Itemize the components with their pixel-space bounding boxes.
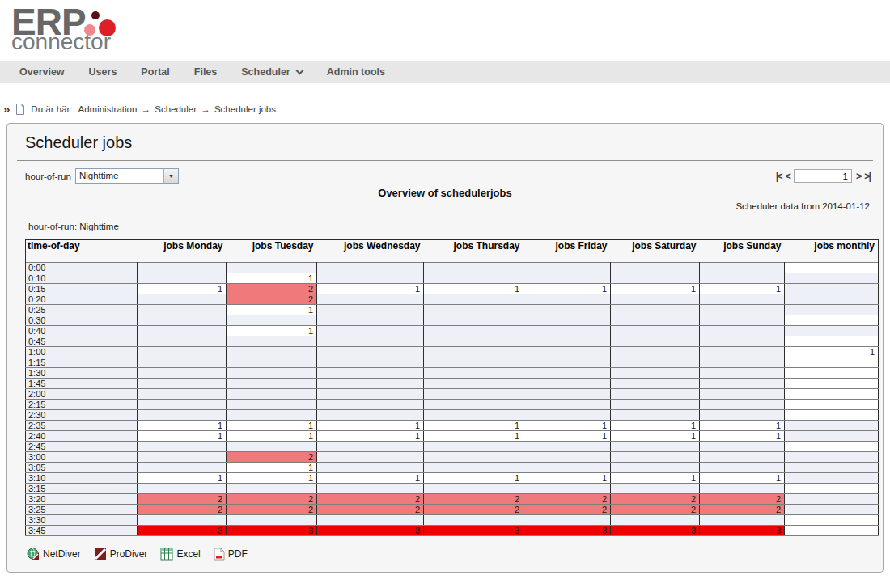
table-row: 3:051 [26, 463, 879, 473]
job-count-cell [700, 336, 785, 347]
job-count-cell: 1 [317, 473, 424, 484]
pager-last-button[interactable]: >| [864, 171, 870, 182]
pager-page-input[interactable] [794, 169, 852, 183]
job-count-cell: 1 [611, 421, 700, 431]
job-count-cell [785, 273, 879, 284]
job-count-cell [317, 305, 424, 315]
logo-dot-pink-icon [84, 24, 95, 36]
job-count-cell: 3 [523, 526, 611, 536]
export-prodiver-button[interactable]: ProDiver [94, 548, 148, 561]
job-count-cell [523, 305, 611, 315]
select-dropdown-button[interactable]: ▼ [163, 169, 178, 183]
column-header: jobs monthly [785, 240, 879, 263]
hour-of-run-filter: hour-of-run Nighttime ▼ [25, 168, 179, 184]
table-row: 3:101111111 [26, 473, 879, 484]
job-count-cell [611, 379, 700, 389]
job-count-cell [700, 305, 785, 315]
job-count-cell [227, 484, 317, 494]
job-count-cell: 2 [317, 494, 424, 505]
job-count-cell: 1 [317, 431, 424, 442]
job-count-cell: 2 [227, 294, 317, 305]
pager-prev-button[interactable]: < [786, 171, 790, 182]
table-row: 0:30 [26, 315, 879, 326]
job-count-cell [611, 347, 700, 357]
job-count-cell: 1 [138, 421, 227, 431]
job-count-cell [611, 515, 700, 526]
job-count-cell: 2 [700, 494, 785, 505]
job-count-cell [227, 263, 317, 273]
job-count-cell [611, 410, 700, 421]
breadcrumb-link-scheduler-jobs[interactable]: Scheduler jobs [214, 104, 276, 114]
job-count-cell: 1 [317, 421, 424, 431]
nav-item-label: Files [194, 66, 218, 78]
netdiver-icon [27, 548, 40, 561]
collapse-arrows-icon[interactable]: » [3, 103, 10, 115]
nav-item-portal[interactable]: Portal [141, 66, 169, 78]
job-count-cell [424, 463, 523, 473]
job-count-cell [138, 389, 227, 400]
job-count-cell [700, 452, 785, 463]
job-count-cell [227, 315, 317, 326]
column-header: time-of-day [26, 240, 138, 263]
time-of-day-cell: 0:00 [26, 263, 138, 273]
job-count-cell: 3 [138, 526, 227, 536]
breadcrumb-prefix: Du är här: [31, 104, 72, 114]
nav-item-files[interactable]: Files [194, 66, 218, 78]
job-count-cell: 1 [227, 463, 317, 473]
job-count-cell [700, 484, 785, 494]
job-count-cell [611, 315, 700, 326]
job-count-cell: 1 [700, 431, 785, 442]
job-count-cell [523, 263, 611, 273]
job-count-cell [138, 336, 227, 347]
pager-first-button[interactable]: |< [776, 171, 782, 182]
column-header: jobs Thursday [424, 240, 523, 263]
export-netdiver-button[interactable]: NetDiver [27, 548, 81, 561]
export-excel-button[interactable]: Excel [160, 548, 200, 561]
job-count-cell: 1 [227, 473, 317, 484]
table-header-row: time-of-dayjobs Mondayjobs Tuesdayjobs W… [26, 240, 879, 263]
job-count-cell [785, 326, 879, 336]
nav-item-label: Portal [141, 66, 169, 78]
job-count-cell [700, 379, 785, 389]
job-count-cell [700, 410, 785, 421]
table-row: 2:401111111 [26, 431, 879, 442]
export-pdf-button[interactable]: PDF [214, 548, 248, 561]
time-of-day-cell: 1:00 [26, 347, 138, 357]
job-count-cell: 2 [424, 505, 523, 515]
time-of-day-cell: 3:10 [26, 473, 138, 484]
time-of-day-cell: 3:05 [26, 463, 138, 473]
pager-next-button[interactable]: > [856, 171, 860, 182]
job-count-cell [227, 442, 317, 452]
job-count-cell [700, 357, 785, 368]
time-of-day-cell: 2:15 [26, 400, 138, 410]
table-row: 0:101 [26, 273, 879, 284]
hour-of-run-select[interactable]: Nighttime ▼ [75, 168, 179, 184]
breadcrumb-link-administration[interactable]: Administration [78, 104, 137, 114]
breadcrumb-path: Administration → Scheduler → Scheduler j… [78, 104, 276, 114]
nav-item-label: Overview [19, 66, 65, 78]
job-count-cell [611, 294, 700, 305]
job-count-cell: 1 [785, 347, 879, 357]
job-count-cell: 1 [424, 473, 523, 484]
job-count-cell [785, 284, 879, 294]
time-of-day-cell: 3:30 [26, 515, 138, 526]
table-row: 3:252222222 [26, 505, 879, 515]
job-count-cell: 1 [611, 431, 700, 442]
table-row: 2:00 [26, 389, 879, 400]
breadcrumb-link-scheduler[interactable]: Scheduler [155, 104, 197, 114]
job-count-cell: 1 [424, 284, 523, 294]
job-count-cell [138, 442, 227, 452]
job-count-cell [317, 442, 424, 452]
nav-item-users[interactable]: Users [89, 66, 117, 78]
nav-item-admin-tools[interactable]: Admin tools [327, 66, 385, 78]
job-count-cell: 3 [700, 526, 785, 536]
job-count-cell [227, 515, 317, 526]
job-count-cell [785, 294, 879, 305]
job-count-cell: 2 [138, 505, 227, 515]
job-count-cell [317, 294, 424, 305]
job-count-cell [611, 305, 700, 315]
nav-item-scheduler[interactable]: Scheduler [241, 66, 302, 78]
time-of-day-cell: 0:15 [26, 284, 138, 294]
nav-item-overview[interactable]: Overview [19, 66, 65, 78]
column-header: jobs Monday [138, 240, 227, 263]
